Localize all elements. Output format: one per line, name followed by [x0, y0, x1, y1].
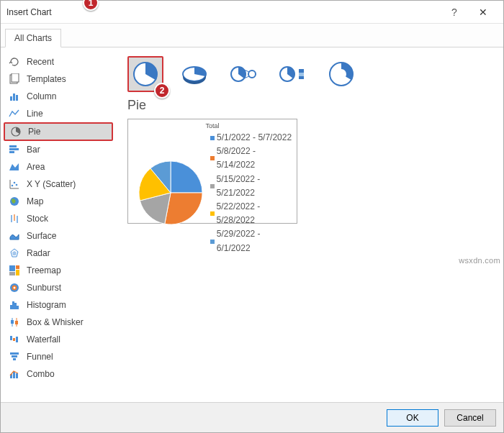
legend: 5/1/2022 - 5/7/2022 5/8/2022 - 5/14/2022… [210, 131, 294, 255]
sidebar-item-recent[interactable]: Recent [1, 53, 116, 70]
svg-rect-26 [10, 305, 12, 309]
sidebar-item-column[interactable]: Column [1, 88, 116, 105]
sidebar-item-histogram[interactable]: Histogram [1, 296, 116, 314]
scatter-icon [8, 178, 21, 191]
callout-2: 2 [154, 83, 170, 99]
sidebar-item-label: Sunburst [27, 283, 61, 293]
combo-icon [8, 368, 21, 380]
svg-marker-9 [9, 163, 19, 170]
sidebar-item-label: Treemap [27, 265, 61, 275]
pie-chart-svg [131, 150, 210, 236]
svg-point-10 [12, 185, 14, 187]
sidebar-item-area[interactable]: Area [1, 158, 116, 176]
sidebar-item-stock[interactable]: Stock [1, 210, 116, 227]
templates-icon [8, 73, 21, 86]
legend-item: 5/15/2022 - 5/21/2022 [210, 173, 294, 200]
svg-rect-41 [13, 372, 15, 378]
svg-point-54 [336, 69, 346, 79]
preview-title: Total [131, 122, 294, 129]
svg-point-11 [14, 182, 16, 184]
svg-rect-7 [9, 148, 19, 150]
sidebar-item-label: Column [27, 91, 56, 101]
sidebar-item-funnel[interactable]: Funnel [1, 348, 116, 365]
svg-rect-6 [9, 145, 17, 147]
sidebar-item-label: Waterfall [27, 334, 60, 345]
sidebar-item-label: Stock [27, 214, 48, 224]
close-button[interactable]: ✕ [469, 6, 498, 18]
svg-marker-18 [12, 251, 17, 255]
sidebar-item-templates[interactable]: Templates [1, 70, 116, 88]
svg-rect-21 [16, 270, 19, 275]
sidebar-item-label: Histogram [27, 300, 66, 310]
svg-rect-3 [13, 94, 15, 101]
help-button[interactable]: ? [440, 6, 469, 18]
svg-rect-27 [12, 301, 14, 309]
subtype-pie-of-pie[interactable] [225, 56, 261, 92]
sidebar-item-surface[interactable]: Surface [1, 227, 116, 245]
svg-point-25 [14, 287, 16, 289]
sidebar-item-label: Surface [27, 231, 56, 241]
svg-point-12 [16, 184, 18, 186]
bar-icon [8, 143, 21, 156]
sidebar-item-label: Area [27, 162, 45, 172]
svg-rect-19 [9, 265, 15, 271]
sidebar-item-label: Line [27, 109, 43, 119]
sidebar-item-label: Bar [27, 145, 40, 155]
titlebar: Insert Chart ? ✕ [1, 1, 503, 24]
chart-category-sidebar: Recent Templates Column Line Pie 1 Ba [1, 47, 116, 402]
svg-rect-2 [10, 96, 12, 101]
legend-item: 5/8/2022 - 5/14/2022 [210, 145, 294, 172]
sidebar-item-waterfall[interactable]: Waterfall [1, 331, 116, 348]
svg-rect-34 [10, 336, 12, 340]
subtype-3d-pie[interactable] [176, 56, 212, 92]
legend-item: 5/1/2022 - 5/7/2022 [210, 131, 294, 145]
svg-rect-31 [11, 320, 14, 324]
line-icon [8, 107, 21, 120]
histogram-icon [8, 298, 21, 311]
pie-subtype-row: 2 [127, 56, 492, 92]
waterfall-icon [8, 333, 21, 346]
chart-preview[interactable]: Total 5/1/2022 - 5/7/2022 5/8/2022 - 5/1… [127, 119, 297, 224]
svg-rect-4 [16, 95, 18, 101]
surface-icon [8, 229, 21, 242]
sidebar-item-pie[interactable]: Pie 1 [4, 122, 113, 141]
sidebar-item-boxwhisker[interactable]: Box & Whisker [1, 314, 116, 331]
sidebar-item-label: Funnel [27, 352, 53, 362]
subtype-bar-of-pie[interactable] [274, 56, 310, 92]
sidebar-item-radar[interactable]: Radar [1, 245, 116, 262]
dialog-body: Recent Templates Column Line Pie 1 Ba [1, 47, 503, 402]
sidebar-item-scatter[interactable]: X Y (Scatter) [1, 176, 116, 193]
recent-icon [8, 55, 21, 68]
funnel-icon [8, 350, 21, 363]
ok-button[interactable]: OK [387, 409, 438, 427]
svg-rect-22 [9, 272, 15, 275]
svg-rect-8 [9, 151, 14, 153]
button-bar: OK Cancel [1, 402, 503, 432]
tabs-bar: All Charts [1, 24, 503, 47]
sidebar-item-label: X Y (Scatter) [27, 179, 76, 189]
sidebar-item-sunburst[interactable]: Sunburst [1, 279, 116, 296]
subtype-doughnut[interactable] [323, 56, 359, 92]
subtype-pie[interactable]: 2 [127, 56, 163, 92]
sidebar-item-label: Radar [27, 248, 50, 258]
map-icon [8, 195, 21, 208]
sidebar-item-label: Combo [27, 369, 55, 379]
svg-rect-1 [12, 73, 19, 82]
sidebar-item-label: Box & Whisker [27, 317, 84, 327]
cancel-button[interactable]: Cancel [444, 409, 496, 427]
svg-rect-52 [299, 76, 304, 79]
column-icon [8, 90, 21, 103]
sidebar-item-map[interactable]: Map [1, 193, 116, 210]
sidebar-item-label: Templates [27, 74, 66, 84]
tab-all-charts[interactable]: All Charts [5, 29, 61, 47]
sidebar-item-line[interactable]: Line [1, 105, 116, 122]
boxwhisker-icon [8, 316, 21, 329]
sidebar-item-label: Pie [28, 127, 40, 137]
svg-rect-39 [13, 358, 16, 360]
sidebar-item-bar[interactable]: Bar [1, 141, 116, 158]
area-icon [8, 160, 21, 173]
svg-rect-42 [16, 373, 18, 378]
svg-rect-50 [299, 69, 304, 73]
sidebar-item-treemap[interactable]: Treemap [1, 262, 116, 279]
sidebar-item-combo[interactable]: Combo [1, 365, 116, 383]
